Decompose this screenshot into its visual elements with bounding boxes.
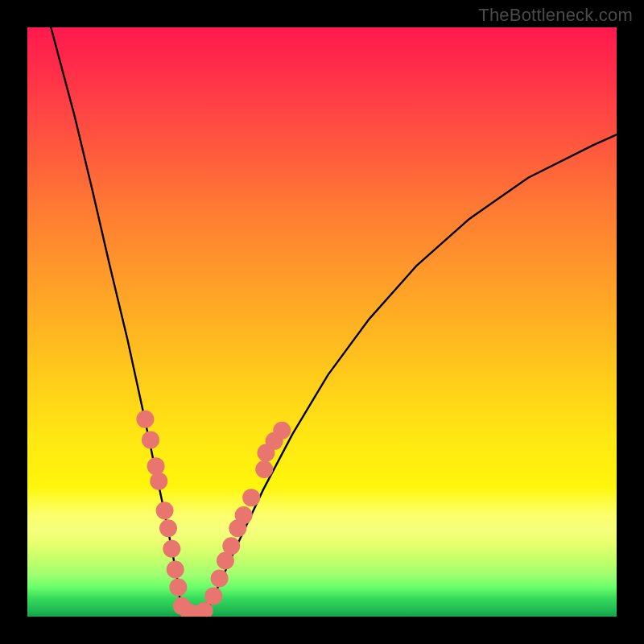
marker-right-icon	[255, 460, 273, 478]
marker-left-icon	[147, 457, 165, 475]
chart-frame: TheBottleneck.com	[0, 0, 644, 644]
marker-left-icon	[163, 540, 180, 558]
marker-left-icon	[150, 473, 167, 490]
marker-right-icon	[211, 569, 229, 587]
marker-right-icon	[222, 537, 240, 555]
marker-left-icon	[142, 431, 159, 448]
marker-left-icon	[167, 560, 184, 578]
marker-right-icon	[204, 587, 222, 605]
marker-right-icon	[235, 506, 253, 524]
plot-area	[27, 27, 617, 617]
marker-right-icon	[273, 422, 291, 440]
watermark-text: TheBottleneck.com	[478, 5, 633, 26]
data-markers	[136, 411, 291, 617]
bottleneck-curve	[51, 27, 617, 614]
curve-svg	[27, 27, 617, 617]
marker-left-icon	[136, 411, 154, 428]
marker-left-icon	[169, 578, 187, 596]
marker-left-icon	[159, 519, 177, 537]
marker-left-icon	[156, 502, 174, 519]
marker-right-icon	[242, 489, 260, 506]
